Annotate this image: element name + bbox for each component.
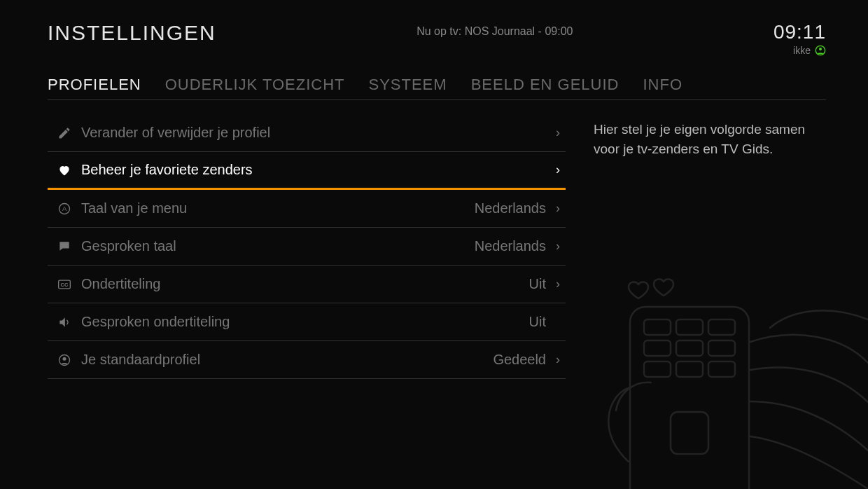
row-label: Ondertiteling	[81, 276, 529, 292]
side-description: Hier stel je je eigen volgorde samen voo…	[594, 120, 818, 158]
row-label: Gesproken taal	[81, 238, 475, 254]
side-panel: Hier stel je je eigen volgorde samen voo…	[594, 114, 826, 379]
speech-icon	[48, 240, 81, 254]
row-label: Je standaardprofiel	[81, 352, 493, 368]
settings-list: Verander of verwijder je profiel › Behee…	[48, 114, 566, 379]
row-spoken-language[interactable]: Gesproken taal Nederlands ›	[48, 228, 566, 266]
row-spoken-subtitles[interactable]: Gesproken ondertiteling Uit ›	[48, 303, 566, 341]
user-name: ikke	[793, 45, 811, 56]
row-label: Gesproken ondertiteling	[81, 314, 529, 330]
chevron-right-icon: ›	[553, 239, 563, 254]
row-label: Verander of verwijder je profiel	[81, 125, 546, 141]
row-default-profile[interactable]: Je standaardprofiel Gedeeld ›	[48, 341, 566, 379]
svg-point-1	[819, 48, 822, 50]
page-title: INSTELLINGEN	[48, 21, 216, 45]
tab-beeld-en-geluid[interactable]: BEELD EN GELUID	[471, 76, 620, 94]
row-subtitles[interactable]: CC Ondertiteling Uit ›	[48, 266, 566, 303]
circle-a-icon: A	[48, 202, 81, 216]
clock: 09:11	[774, 21, 826, 43]
chevron-right-icon: ›	[553, 352, 563, 367]
row-edit-profile[interactable]: Verander of verwijder je profiel ›	[48, 114, 566, 152]
chevron-right-icon: ›	[553, 125, 563, 140]
svg-text:A: A	[62, 205, 67, 212]
user-icon	[815, 45, 826, 56]
tab-profielen[interactable]: PROFIELEN	[48, 76, 141, 94]
row-value: Nederlands	[475, 200, 546, 216]
chevron-right-icon: ›	[553, 163, 563, 177]
tab-bar: PROFIELEN OUDERLIJK TOEZICHT SYSTEEM BEE…	[48, 76, 826, 100]
row-label: Taal van je menu	[81, 200, 475, 216]
row-value: Uit	[529, 314, 546, 330]
tab-info[interactable]: INFO	[643, 76, 682, 94]
chevron-right-icon: ›	[553, 201, 563, 216]
svg-point-7	[63, 357, 66, 360]
row-value: Uit	[529, 276, 546, 292]
svg-text:CC: CC	[61, 282, 69, 288]
row-value: Gedeeld	[493, 352, 546, 368]
chevron-right-icon: ›	[553, 277, 563, 291]
row-label: Beheer je favoriete zenders	[81, 162, 546, 178]
heart-icon	[48, 163, 81, 177]
now-on-tv: Nu op tv: NOS Journaal - 09:00	[216, 25, 774, 38]
cc-icon: CC	[48, 277, 81, 291]
tab-systeem[interactable]: SYSTEEM	[368, 76, 447, 94]
row-favorite-channels[interactable]: Beheer je favoriete zenders ›	[48, 152, 566, 190]
svg-rect-18	[671, 412, 708, 454]
profile-icon	[48, 353, 81, 367]
row-menu-language[interactable]: A Taal van je menu Nederlands ›	[48, 190, 566, 228]
audio-icon	[48, 315, 81, 329]
row-value: Nederlands	[475, 238, 546, 254]
pencil-icon	[48, 126, 81, 140]
tab-ouderlijk-toezicht[interactable]: OUDERLIJK TOEZICHT	[165, 76, 345, 94]
